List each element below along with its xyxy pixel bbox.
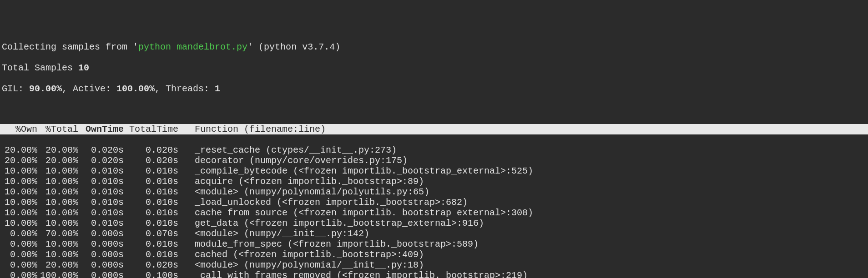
cell-totaltime: 0.010s <box>124 176 178 187</box>
cell-func: _load_unlocked (<frozen importlib._boots… <box>178 197 468 208</box>
cell-owntime: 0.020s <box>78 145 124 155</box>
table-row: 10.00%10.00%0.010s0.010s_compile_bytecod… <box>0 166 868 176</box>
cell-func: cache_from_source (<frozen importlib._bo… <box>178 208 533 218</box>
cell-func: _call_with_frames_removed (<frozen impor… <box>178 270 528 278</box>
cell-owntime: 0.000s <box>78 239 124 249</box>
table-row: 20.00%20.00%0.020s0.020s_reset_cache (ct… <box>0 145 868 155</box>
cell-totaltime: 0.010s <box>124 197 178 208</box>
cell-func: get_data (<frozen importlib._bootstrap_e… <box>178 218 484 228</box>
cell-total: 10.00% <box>37 166 78 176</box>
table-row: 0.00%10.00%0.000s0.010scached (<frozen i… <box>0 249 868 260</box>
table-header: %Own%TotalOwnTimeTotalTimeFunction (file… <box>0 124 868 134</box>
cell-totaltime: 0.070s <box>124 228 178 239</box>
cell-total: 70.00% <box>37 228 78 239</box>
spacer <box>0 104 868 114</box>
cell-total: 10.00% <box>37 187 78 197</box>
cell-totaltime: 0.020s <box>124 145 178 155</box>
cell-owntime: 0.010s <box>78 197 124 208</box>
cell-own: 10.00% <box>2 166 37 176</box>
table-row: 10.00%10.00%0.010s0.010s_load_unlocked (… <box>0 197 868 208</box>
collecting-suffix: ' (python v3.7.4) <box>247 42 340 52</box>
cell-own: 10.00% <box>2 208 37 218</box>
cell-func: module_from_spec (<frozen importlib._boo… <box>178 239 479 249</box>
cell-totaltime: 0.010s <box>124 239 178 249</box>
cell-owntime: 0.000s <box>78 270 124 278</box>
cell-own: 0.00% <box>2 228 37 239</box>
cell-total: 10.00% <box>37 239 78 249</box>
table-row: 10.00%10.00%0.010s0.010sacquire (<frozen… <box>0 176 868 187</box>
cell-total: 10.00% <box>37 249 78 260</box>
collecting-prefix: Collecting samples from ' <box>2 42 138 52</box>
col-own-header: %Own <box>2 124 37 134</box>
table-row: 0.00%70.00%0.000s0.070s<module> (numpy/_… <box>0 228 868 239</box>
cell-total: 10.00% <box>37 208 78 218</box>
gil-value: 90.00% <box>29 84 62 94</box>
cell-own: 10.00% <box>2 197 37 208</box>
cell-own: 10.00% <box>2 187 37 197</box>
cell-own: 0.00% <box>2 270 37 278</box>
active-label: , Active: <box>62 84 116 94</box>
table-body: 20.00%20.00%0.020s0.020s_reset_cache (ct… <box>0 145 868 278</box>
cell-total: 20.00% <box>37 260 78 270</box>
col-owntime-header: OwnTime <box>78 124 124 134</box>
cell-totaltime: 0.010s <box>124 218 178 228</box>
table-row: 0.00%100.00%0.000s0.100s_call_with_frame… <box>0 270 868 278</box>
cell-total: 10.00% <box>37 176 78 187</box>
cell-func: acquire (<frozen importlib._bootstrap>:8… <box>178 176 424 187</box>
cell-own: 10.00% <box>2 176 37 187</box>
active-value: 100.00% <box>116 84 155 94</box>
cell-func: _reset_cache (ctypes/__init__.py:273) <box>178 145 397 155</box>
col-func-header: Function (filename:line) <box>178 124 326 134</box>
table-row: 10.00%10.00%0.010s0.010scache_from_sourc… <box>0 208 868 218</box>
cell-own: 0.00% <box>2 239 37 249</box>
total-samples-line: Total Samples 10 <box>0 63 868 73</box>
cell-owntime: 0.010s <box>78 208 124 218</box>
cell-totaltime: 0.100s <box>124 270 178 278</box>
cell-total: 100.00% <box>37 270 78 278</box>
cell-own: 10.00% <box>2 218 37 228</box>
cell-func: cached (<frozen importlib._bootstrap>:40… <box>178 249 424 260</box>
cell-totaltime: 0.020s <box>124 260 178 270</box>
cell-func: decorator (numpy/core/overrides.py:175) <box>178 155 408 166</box>
cell-total: 20.00% <box>37 145 78 155</box>
cell-own: 0.00% <box>2 260 37 270</box>
cell-owntime: 0.000s <box>78 228 124 239</box>
cell-own: 0.00% <box>2 249 37 260</box>
cell-total: 10.00% <box>37 197 78 208</box>
cell-total: 10.00% <box>37 218 78 228</box>
cell-totaltime: 0.010s <box>124 166 178 176</box>
cell-func: <module> (numpy/polynomial/__init__.py:1… <box>178 260 424 270</box>
total-samples-label: Total Samples <box>2 63 78 73</box>
threads-value: 1 <box>215 84 220 94</box>
cell-owntime: 0.010s <box>78 166 124 176</box>
cell-totaltime: 0.010s <box>124 208 178 218</box>
cell-func: _compile_bytecode (<frozen importlib._bo… <box>178 166 533 176</box>
stats-line: GIL: 90.00%, Active: 100.00%, Threads: 1 <box>0 84 868 94</box>
cell-owntime: 0.010s <box>78 187 124 197</box>
cell-func: <module> (numpy/__init__.py:142) <box>178 228 369 239</box>
cell-total: 20.00% <box>37 155 78 166</box>
cell-owntime: 0.010s <box>78 176 124 187</box>
cell-own: 20.00% <box>2 155 37 166</box>
cell-totaltime: 0.020s <box>124 155 178 166</box>
cell-totaltime: 0.010s <box>124 187 178 197</box>
command: python mandelbrot.py <box>138 42 247 52</box>
cell-owntime: 0.000s <box>78 260 124 270</box>
cell-owntime: 0.010s <box>78 218 124 228</box>
table-row: 10.00%10.00%0.010s0.010sget_data (<froze… <box>0 218 868 228</box>
table-row: 0.00%10.00%0.000s0.010smodule_from_spec … <box>0 239 868 249</box>
table-row: 0.00%20.00%0.000s0.020s<module> (numpy/p… <box>0 260 868 270</box>
cell-own: 20.00% <box>2 145 37 155</box>
threads-label: , Threads: <box>155 84 215 94</box>
cell-owntime: 0.000s <box>78 249 124 260</box>
gil-label: GIL: <box>2 84 29 94</box>
collecting-line: Collecting samples from 'python mandelbr… <box>0 42 868 52</box>
col-totaltime-header: TotalTime <box>124 124 178 134</box>
cell-func: <module> (numpy/polynomial/polyutils.py:… <box>178 187 429 197</box>
cell-totaltime: 0.010s <box>124 249 178 260</box>
cell-owntime: 0.020s <box>78 155 124 166</box>
col-total-header: %Total <box>37 124 78 134</box>
table-row: 20.00%20.00%0.020s0.020sdecorator (numpy… <box>0 155 868 166</box>
total-samples-value: 10 <box>78 63 89 73</box>
table-row: 10.00%10.00%0.010s0.010s<module> (numpy/… <box>0 187 868 197</box>
